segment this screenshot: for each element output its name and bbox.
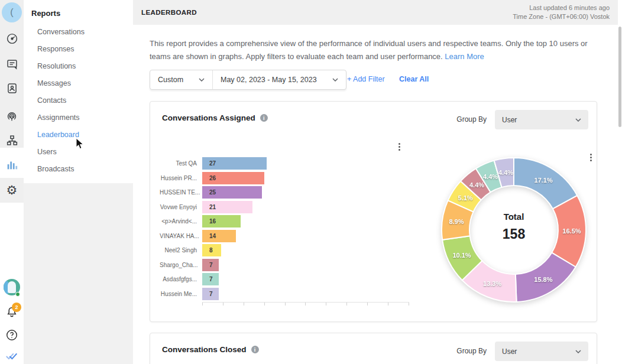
bar-segment[interactable]: 26 xyxy=(202,172,264,184)
range-type-value: Custom xyxy=(158,76,183,84)
bar-segment[interactable]: 8 xyxy=(202,244,221,256)
group-by-value: User xyxy=(502,347,517,356)
bar-segment[interactable]: 7 xyxy=(202,259,219,271)
donut-slice-label: 4.4% xyxy=(469,181,484,188)
bar-category-label: Hussein PR... xyxy=(160,175,202,181)
donut-slice-label: 15.8% xyxy=(534,276,552,283)
workflows-sitemap-icon[interactable] xyxy=(0,134,24,147)
sidebar-item-users[interactable]: Users xyxy=(24,144,133,161)
bar-chart: Test QA27Hussein PR...26HUSSEIN TE...25V… xyxy=(160,157,267,302)
bar-category-label: Shargo_Cha... xyxy=(160,262,202,268)
bar-row: VINAYAK HA...14 xyxy=(160,230,267,242)
bar-value-label: 7 xyxy=(202,276,213,282)
bar-row: Neel2 Singh8 xyxy=(160,244,267,256)
dashboard-gauge-icon[interactable] xyxy=(0,32,24,45)
chevron-down-icon xyxy=(332,78,338,82)
group-by-label: Group By xyxy=(456,115,487,124)
chevron-down-icon xyxy=(575,118,581,122)
sidebar-item-conversations[interactable]: Conversations xyxy=(24,24,133,41)
scrollbar-thumb[interactable] xyxy=(618,27,621,127)
sidebar-item-resolutions[interactable]: Resolutions xyxy=(24,58,133,75)
range-type-dropdown[interactable]: Custom xyxy=(150,70,213,89)
bar-chart-menu-icon[interactable] xyxy=(397,142,401,152)
date-range-value: May 02, 2023 - May 15, 2023 xyxy=(221,76,317,84)
bar-row: Hussein Me...7 xyxy=(160,288,267,300)
learn-more-link[interactable]: Learn More xyxy=(445,52,484,61)
contacts-card-icon[interactable] xyxy=(0,82,24,95)
settings-gear-icon[interactable]: ⚙ xyxy=(0,184,24,196)
bar-value-label: 8 xyxy=(202,247,213,254)
messaging-icon[interactable] xyxy=(0,58,24,70)
bar-row: Vovwe Enyoyi21 xyxy=(160,201,267,213)
donut-slice-label: 4.4% xyxy=(498,169,513,176)
bar-row: <p>Arvind<...16 xyxy=(160,215,267,228)
bar-segment[interactable]: 7 xyxy=(202,273,219,285)
date-range-dropdown[interactable]: May 02, 2023 - May 15, 2023 xyxy=(213,70,346,89)
page-header: LEADERBOARD Last updated 6 minutes ago T… xyxy=(133,0,618,25)
donut-slice-label: 17.1% xyxy=(534,177,553,184)
sidebar-panel: Reports ConversationsResponsesResolution… xyxy=(24,0,133,183)
reports-bar-chart-icon[interactable] xyxy=(0,158,24,171)
bar-segment[interactable]: 21 xyxy=(202,201,252,213)
donut-slice-label: 13.3% xyxy=(483,280,501,287)
donut-center: Total 158 xyxy=(455,212,573,242)
donut-chart-menu-icon[interactable] xyxy=(589,152,593,162)
bar-category-label: Neel2 Singh xyxy=(160,247,202,254)
page-title: LEADERBOARD xyxy=(141,9,197,16)
bar-value-label: 14 xyxy=(202,233,216,239)
info-icon[interactable]: i xyxy=(251,346,259,353)
bar-category-label: Asdasfgfgs... xyxy=(160,276,202,282)
bar-value-label: 7 xyxy=(202,262,213,268)
workspace-logo-icon[interactable]: ( xyxy=(2,2,22,22)
conversations-closed-card: Conversations Closed i Group By User xyxy=(150,333,597,364)
notification-count-badge: 2 xyxy=(12,303,21,312)
sidebar-item-contacts[interactable]: Contacts xyxy=(24,92,133,109)
bar-row: Asdasfgfgs...7 xyxy=(160,273,267,285)
chevron-down-icon xyxy=(575,350,581,353)
avatar-shape xyxy=(8,281,16,293)
sidebar-item-broadcasts[interactable]: Broadcasts xyxy=(24,161,133,178)
chevron-down-icon xyxy=(199,78,205,82)
bar-row: HUSSEIN TE...25 xyxy=(160,186,267,199)
sidebar-menu: ConversationsResponsesResolutionsMessage… xyxy=(24,24,133,178)
bar-category-label: <p>Arvind<... xyxy=(160,218,202,225)
clear-all-button[interactable]: Clear All xyxy=(399,75,429,83)
report-description: This report provides a comprehensive vie… xyxy=(150,37,610,63)
sidebar-item-responses[interactable]: Responses xyxy=(24,41,133,58)
online-status-dot xyxy=(15,292,20,297)
main-content: LEADERBOARD Last updated 6 minutes ago T… xyxy=(133,0,622,364)
group-by-select[interactable]: User xyxy=(495,342,588,361)
group-by-value: User xyxy=(502,116,517,124)
bar-row: Shargo_Cha...7 xyxy=(160,259,267,271)
bar-row: Hussein PR...26 xyxy=(160,172,267,184)
bar-segment[interactable]: 16 xyxy=(202,215,241,228)
conversations-assigned-card: Conversations Assigned i Group By User T… xyxy=(150,101,597,322)
getting-started-checks-icon[interactable] xyxy=(0,350,24,362)
header-meta: Last updated 6 minutes ago Time Zone - (… xyxy=(513,4,610,21)
last-updated-text: Last updated 6 minutes ago xyxy=(513,4,610,12)
donut-total-value: 158 xyxy=(455,226,573,242)
card-title: Conversations Closed xyxy=(162,345,247,354)
sidebar-item-leaderboard[interactable]: Leaderboard xyxy=(24,126,133,144)
time-zone-text: Time Zone - (GMT+06:00) Vostok xyxy=(513,12,610,21)
sidebar-item-assignments[interactable]: Assignments xyxy=(24,109,133,126)
bar-chart-axis xyxy=(202,302,409,306)
sidebar-item-messages[interactable]: Messages xyxy=(24,75,133,92)
bar-row: Test QA27 xyxy=(160,157,267,170)
bar-category-label: Test QA xyxy=(160,160,202,167)
donut-slice-label: 10.1% xyxy=(452,252,471,259)
bar-segment[interactable]: 27 xyxy=(202,157,267,170)
group-by-label: Group By xyxy=(456,347,487,355)
card-title: Conversations Assigned xyxy=(162,113,255,122)
sidebar: Reports ConversationsResponsesResolution… xyxy=(24,0,133,364)
group-by-select[interactable]: User xyxy=(495,110,588,129)
bar-segment[interactable]: 7 xyxy=(202,288,219,300)
bar-segment[interactable]: 14 xyxy=(202,230,236,242)
bar-category-label: Vovwe Enyoyi xyxy=(160,204,202,210)
info-icon[interactable]: i xyxy=(260,114,268,122)
broadcast-icon[interactable] xyxy=(0,110,24,123)
add-filter-button[interactable]: + Add Filter xyxy=(347,75,385,83)
bar-segment[interactable]: 25 xyxy=(202,186,262,199)
help-icon[interactable] xyxy=(0,329,24,342)
bar-category-label: HUSSEIN TE... xyxy=(160,189,202,196)
